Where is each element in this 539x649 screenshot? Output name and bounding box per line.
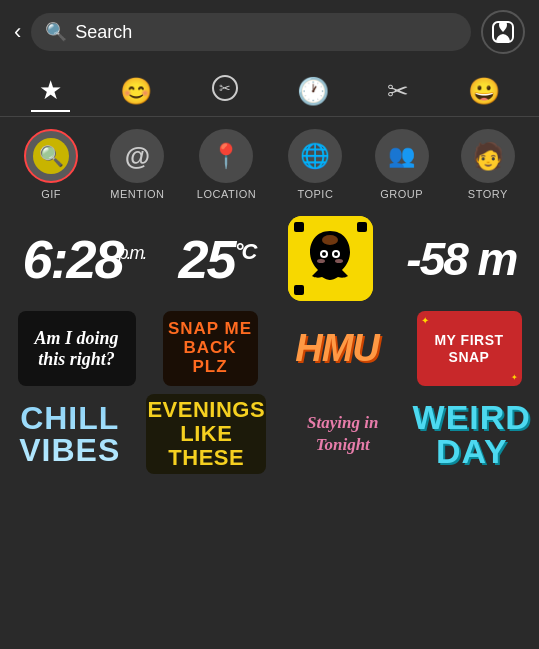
tab-favorites[interactable]: ★ [31, 71, 70, 112]
clock-icon: 🕐 [297, 76, 329, 107]
distance-text: -58 m [406, 232, 516, 286]
staying-in-text: Staying in Tonight [288, 412, 398, 456]
scissors-circle-icon: ✂ [211, 74, 239, 108]
sticker-chill-vibes[interactable]: CHILLVIBES [15, 394, 125, 474]
sticker-am-i-doing[interactable]: Am I doing this right? [18, 311, 136, 386]
sticker-distance[interactable]: -58 m [406, 232, 516, 286]
tab-scissors[interactable]: ✂ [379, 72, 417, 111]
cat-location-label: LOCATION [197, 188, 256, 200]
hmu-text: HMU [295, 327, 379, 370]
face-icon: 😊 [120, 76, 152, 107]
tab-clock[interactable]: 🕐 [289, 72, 337, 111]
header: ‹ 🔍 [0, 0, 539, 64]
category-row: 🔍 GIF @ MENTION 📍 LOCATION 🌐 TOPIC 👥 GRO… [0, 117, 539, 208]
cat-mention-label: MENTION [110, 188, 164, 200]
svg-point-13 [335, 259, 343, 263]
location-icon: 📍 [211, 142, 241, 170]
am-i-doing-text: Am I doing this right? [22, 328, 132, 369]
svg-rect-8 [294, 222, 304, 232]
cat-mention[interactable]: @ MENTION [110, 129, 164, 200]
back-button[interactable]: ‹ [14, 19, 21, 45]
topic-circle: 🌐 [288, 129, 342, 183]
svg-point-6 [322, 252, 326, 256]
star-icon: ★ [39, 75, 62, 106]
weird-day-text: WEIRDDAY [413, 400, 531, 468]
profile-button[interactable] [481, 10, 525, 54]
search-input[interactable] [75, 22, 457, 43]
location-circle: 📍 [199, 129, 253, 183]
svg-text:✂: ✂ [219, 80, 231, 96]
sticker-snapcode[interactable] [288, 216, 373, 301]
scissors-icon: ✂ [387, 76, 409, 107]
my-first-snap-text: MY FIRST SNAP [421, 332, 518, 366]
tab-face[interactable]: 😊 [112, 72, 160, 111]
mention-circle: @ [110, 129, 164, 183]
cat-group[interactable]: 👥 GROUP [375, 129, 429, 200]
smiley-icon: 😀 [468, 76, 500, 107]
sticker-snap-me-back[interactable]: SNAP ME BACK PLZ [163, 311, 258, 386]
cat-gif-label: GIF [41, 188, 61, 200]
cat-topic-label: TOPIC [297, 188, 333, 200]
topic-icon: 🌐 [300, 142, 330, 170]
sticker-weird-day[interactable]: WEIRDDAY [419, 394, 524, 474]
sticker-my-first-snap[interactable]: ✦ ✦ MY FIRST SNAP [417, 311, 522, 386]
temp-text: 25°C [179, 232, 256, 286]
time-text: 6:28p.m. [22, 232, 145, 286]
time-pm: p.m. [119, 243, 146, 263]
snap-me-back-text: SNAP ME BACK PLZ [167, 320, 254, 376]
snapcode-svg [288, 216, 373, 301]
cat-topic[interactable]: 🌐 TOPIC [288, 129, 342, 200]
evenings-text: EVENINGS LIKE THESE [147, 398, 265, 471]
gif-circle: 🔍 [24, 129, 78, 183]
tab-smiley[interactable]: 😀 [460, 72, 508, 111]
cat-location[interactable]: 📍 LOCATION [197, 129, 256, 200]
sticker-row-3: CHILLVIBES EVENINGS LIKE THESE Staying i… [6, 394, 533, 474]
mention-icon: @ [125, 141, 150, 172]
story-icon: 🧑 [472, 141, 504, 172]
svg-point-7 [334, 252, 338, 256]
tab-scissors-circle[interactable]: ✂ [203, 70, 247, 112]
tabs-row: ★ 😊 ✂ 🕐 ✂ 😀 [0, 64, 539, 117]
svg-point-11 [322, 235, 338, 245]
gif-search-icon: 🔍 [33, 138, 69, 174]
sticker-time[interactable]: 6:28p.m. [22, 232, 145, 286]
sticker-hmu[interactable]: HMU [285, 311, 390, 386]
sticker-temperature[interactable]: 25°C [179, 232, 256, 286]
search-bar[interactable]: 🔍 [31, 13, 471, 51]
cat-story[interactable]: 🧑 STORY [461, 129, 515, 200]
svg-rect-10 [294, 285, 304, 295]
story-circle: 🧑 [461, 129, 515, 183]
sticker-evenings-like-these[interactable]: EVENINGS LIKE THESE [146, 394, 266, 474]
group-icon: 👥 [388, 143, 415, 169]
search-icon: 🔍 [45, 21, 67, 43]
group-circle: 👥 [375, 129, 429, 183]
svg-point-12 [317, 259, 325, 263]
sticker-area: 6:28p.m. 25°C [0, 208, 539, 482]
profile-icon [492, 21, 514, 43]
snapcode-container [288, 216, 373, 301]
cat-group-label: GROUP [380, 188, 423, 200]
chill-vibes-text: CHILLVIBES [19, 402, 120, 466]
sticker-row-2: Am I doing this right? SNAP ME BACK PLZ … [6, 311, 533, 386]
sticker-row-1: 6:28p.m. 25°C [6, 216, 533, 301]
cat-story-label: STORY [468, 188, 508, 200]
cat-gif[interactable]: 🔍 GIF [24, 129, 78, 200]
sticker-staying-in[interactable]: Staying in Tonight [288, 394, 398, 474]
temp-degree: °C [235, 239, 256, 264]
svg-rect-9 [357, 222, 367, 232]
